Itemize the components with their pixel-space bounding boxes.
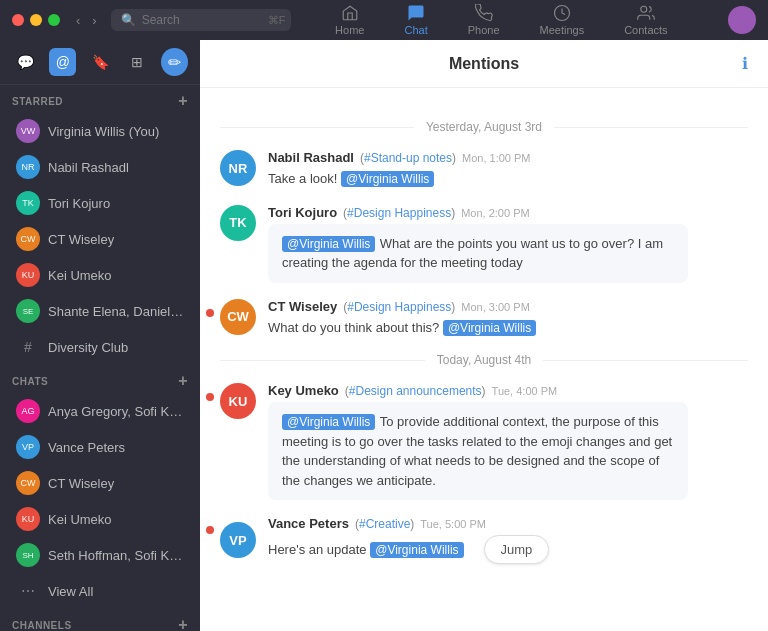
chats-section-header: Chats + [0,365,200,393]
msg-header-nabil: Nabil Rashadl (#Stand-up notes) Mon, 1:0… [268,150,748,165]
sidebar-chat-icon[interactable]: 💬 [12,48,39,76]
starred-item-diversity[interactable]: # Diversity Club [4,330,196,364]
msg-text-ct: What do you think about this? @Virginia … [268,318,748,338]
chat-viewall-label: View All [48,584,93,599]
user-avatar[interactable] [728,6,756,34]
compose-button[interactable]: ✏ [161,48,188,76]
table-row: NR Nabil Rashadl (#Stand-up notes) Mon, … [220,150,748,189]
starred-tori-label: Tori Kojuro [48,196,110,211]
chat-anya-label: Anya Gregory, Sofi Kaiser... [48,404,184,419]
starred-item-virginia[interactable]: VW Virginia Willis (You) [4,114,196,148]
nav-home-label: Home [335,24,364,36]
nav-arrows: ‹ › [72,11,101,30]
starred-diversity-label: Diversity Club [48,340,128,355]
chat-view-all[interactable]: ⋯ View All [4,574,196,608]
msg-sender-nabil: Nabil Rashadl [268,150,354,165]
starred-item-ct[interactable]: CW CT Wiseley [4,222,196,256]
jump-button[interactable]: Jump [484,535,550,564]
starred-section-header: Starred + [0,85,200,113]
search-input[interactable] [142,13,262,27]
mention-virginia-3: @Virginia Willis [443,320,536,336]
titlebar: ‹ › 🔍 ⌘F Home Chat Phone Meetings Contac… [0,0,768,40]
chat-item-vance[interactable]: VP Vance Peters [4,430,196,464]
chat-vance-label: Vance Peters [48,440,125,455]
msg-channel-ct: (#Design Happiness) [343,300,455,314]
avatar-ct2: CW [16,471,40,495]
starred-item-nabil[interactable]: NR Nabil Rashadl [4,150,196,184]
avatar-ct: CW [16,227,40,251]
nav-meetings[interactable]: Meetings [532,0,593,40]
avatar-msg-nabil: NR [220,150,256,186]
nav-home[interactable]: Home [327,0,372,40]
nav-chat-label: Chat [404,24,427,36]
sidebar-bookmark-icon[interactable]: 🔖 [86,48,113,76]
msg-time-key: Tue, 4:00 PM [492,385,558,397]
avatar-msg-key: KU [220,383,256,419]
msg-time-ct: Mon, 3:00 PM [461,301,529,313]
msg-time-vance: Tue, 5:00 PM [420,518,486,530]
starred-virginia-label: Virginia Willis (You) [48,124,159,139]
msg-text-vance: Here's an update @Virginia Willis [268,540,464,560]
avatar-msg-vance: VP [220,522,256,558]
msg-sender-ct: CT Wiseley [268,299,337,314]
top-nav: Home Chat Phone Meetings Contacts [327,0,675,40]
starred-item-shante[interactable]: SE Shante Elena, Daniel Bow... [4,294,196,328]
chat-item-kei[interactable]: KU Kei Umeko [4,502,196,536]
hash-icon-diversity: # [16,335,40,359]
msg-channel-nabil: (#Stand-up notes) [360,151,456,165]
nav-phone-label: Phone [468,24,500,36]
nav-contacts[interactable]: Contacts [616,0,675,40]
starred-item-tori[interactable]: TK Tori Kojuro [4,186,196,220]
search-bar[interactable]: 🔍 ⌘F [111,9,291,31]
chat-ct-label: CT Wiseley [48,476,114,491]
back-button[interactable]: ‹ [72,11,84,30]
channel-link-happiness[interactable]: #Design Happiness [347,206,451,220]
avatar-seth: SH [16,543,40,567]
chat-item-anya[interactable]: AG Anya Gregory, Sofi Kaiser... [4,394,196,428]
page-title: Mentions [396,55,572,73]
nav-chat[interactable]: Chat [396,0,435,40]
search-shortcut: ⌘F [268,14,286,27]
chats-label: Chats [12,376,48,387]
chat-item-seth[interactable]: SH Seth Hoffman, Sofi Kaiser... [4,538,196,572]
starred-item-kei[interactable]: KU Kei Umeko [4,258,196,292]
msg-body-nabil: Nabil Rashadl (#Stand-up notes) Mon, 1:0… [268,150,748,189]
channel-link-happiness2[interactable]: #Design Happiness [347,300,451,314]
chat-seth-label: Seth Hoffman, Sofi Kaiser... [48,548,184,563]
avatar-kei: KU [16,263,40,287]
close-button[interactable] [12,14,24,26]
chats-add-button[interactable]: + [178,373,188,389]
channel-link-standup[interactable]: #Stand-up notes [364,151,452,165]
msg-body-key: Key Umeko (#Design announcements) Tue, 4… [268,383,748,500]
info-icon[interactable]: ℹ [742,54,748,73]
starred-label: Starred [12,96,63,107]
chat-item-ct[interactable]: CW CT Wiseley [4,466,196,500]
channels-label: Channels [12,620,72,631]
channel-link-creative[interactable]: #Creative [359,517,410,531]
starred-add-button[interactable]: + [178,93,188,109]
msg-header-vance: Vance Peters (#Creative) Tue, 5:00 PM [268,516,748,531]
sidebar-at-icon[interactable]: @ [49,48,76,76]
channels-section-header: Channels + [0,609,200,631]
date-today-label: Today, August 4th [437,353,532,367]
forward-button[interactable]: › [88,11,100,30]
content-area: Mentions ℹ Yesterday, August 3rd NR Nabi… [200,40,768,631]
starred-ct-label: CT Wiseley [48,232,114,247]
channels-add-button[interactable]: + [178,617,188,631]
minimize-button[interactable] [30,14,42,26]
avatar-tori: TK [16,191,40,215]
nav-phone[interactable]: Phone [460,0,508,40]
avatar-msg-tori: TK [220,205,256,241]
sidebar-grid-icon[interactable]: ⊞ [124,48,151,76]
mention-virginia-2: @Virginia Willis [282,236,375,252]
search-icon: 🔍 [121,13,136,27]
channel-link-announcements[interactable]: #Design announcements [349,384,482,398]
maximize-button[interactable] [48,14,60,26]
msg-time-nabil: Mon, 1:00 PM [462,152,530,164]
starred-shante-label: Shante Elena, Daniel Bow... [48,304,184,319]
msg-body-tori: Tori Kojuro (#Design Happiness) Mon, 2:0… [268,205,748,283]
msg-sender-key: Key Umeko [268,383,339,398]
msg-channel-tori: (#Design Happiness) [343,206,455,220]
svg-point-1 [641,6,647,12]
starred-kei-label: Kei Umeko [48,268,112,283]
